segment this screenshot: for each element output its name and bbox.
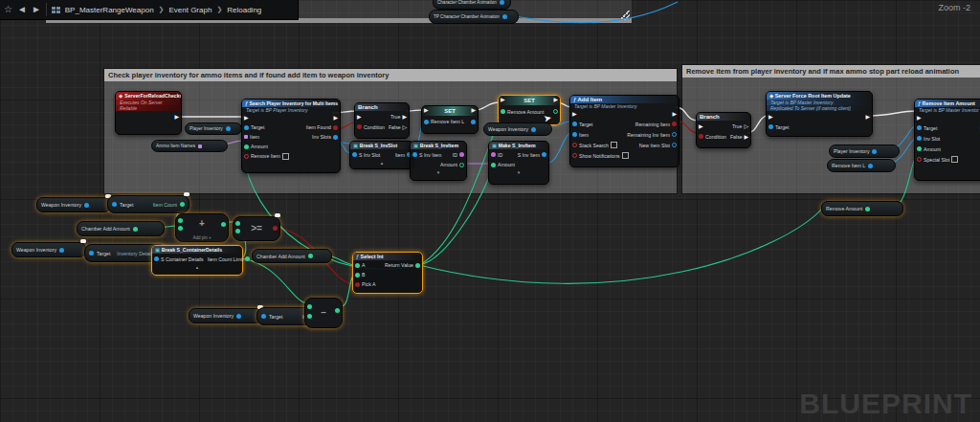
exec-in-pin[interactable]: ▶: [501, 97, 505, 102]
item-pin[interactable]: [572, 132, 577, 137]
inv-slots-pin[interactable]: [333, 135, 338, 140]
node-greater-equal[interactable]: >=: [233, 216, 280, 241]
node-add-item[interactable]: ƒ Add Item Target is BP Master Inventory…: [569, 95, 679, 167]
item-pin[interactable]: [244, 135, 248, 139]
exec-in-pin[interactable]: ▶: [768, 114, 773, 120]
target-pin[interactable]: [89, 251, 94, 255]
node-item-count-1[interactable]: Target Item Count: [107, 195, 189, 213]
exec-out-pin[interactable]: ▶: [672, 111, 677, 117]
node-branch-left[interactable]: Branch ▶True▶ ConditionFalse▷: [354, 102, 410, 139]
exec-out-pin[interactable]: ▶: [471, 107, 476, 113]
node-subtract-int[interactable]: –: [304, 298, 343, 328]
id-in-pin[interactable]: [491, 152, 496, 157]
comment-bubble-icon[interactable]: [184, 192, 189, 196]
var-pill-player-inventory[interactable]: Player Inventory: [185, 122, 242, 135]
struct-out-pin[interactable]: [542, 152, 546, 157]
var-pill-chamber-add-amount-2[interactable]: Chamber Add Amount: [252, 249, 332, 263]
int-pin[interactable]: [308, 254, 313, 258]
collapse-arrow-icon[interactable]: ▴: [350, 160, 413, 166]
object-pin[interactable]: [502, 14, 507, 19]
node-break-s-invslot[interactable]: ▣ Break S_InvSlot S Inv SlotItem ▴: [349, 141, 414, 169]
exec-out-pin[interactable]: ▶: [174, 114, 179, 120]
value-out-pin[interactable]: [553, 109, 558, 114]
false-exec-pin[interactable]: ▷: [403, 124, 408, 130]
stack-search-checkbox[interactable]: [611, 142, 617, 148]
target-pin[interactable]: [917, 125, 922, 130]
node-branch-right[interactable]: Branch ▶True▷ ConditionFalse▶: [696, 112, 751, 148]
var-pill-remove-item-l[interactable]: Remove Item L: [827, 159, 896, 172]
breadcrumb-event-graph[interactable]: Event Graph: [168, 6, 212, 14]
var-pill-chamber-add-amount-1[interactable]: Chamber Add Amount: [77, 221, 165, 236]
value-in-pin[interactable]: [501, 109, 505, 114]
object-pin[interactable]: [226, 126, 231, 131]
exec-in-pin[interactable]: ▶: [357, 114, 362, 120]
exec-in-pin[interactable]: ▶: [917, 115, 922, 121]
exec-in-pin[interactable]: ▶: [699, 123, 703, 129]
id-out-pin[interactable]: [459, 152, 464, 157]
exec-in-pin[interactable]: ▶: [244, 115, 249, 121]
remove-item-checkbox[interactable]: [282, 153, 289, 160]
condition-pin[interactable]: [699, 134, 703, 139]
false-exec-pin[interactable]: ▶: [745, 134, 749, 140]
var-pill-tp-character-chamber-animation[interactable]: TP Character Chamber Animation: [429, 10, 519, 24]
amount-out-pin[interactable]: [459, 163, 464, 167]
var-pill-weapon-inventory-2[interactable]: Weapon Inventory: [11, 242, 86, 257]
node-remove-item-amount[interactable]: ƒ Remove Item Amount Target is BP Master…: [914, 99, 980, 181]
object-pin[interactable]: [872, 149, 877, 154]
amount-in-pin[interactable]: [491, 163, 496, 167]
in-a-pin[interactable]: [307, 304, 312, 309]
struct-in-pin[interactable]: [352, 152, 357, 157]
amount-pin[interactable]: [244, 144, 249, 149]
true-exec-pin[interactable]: ▷: [744, 123, 748, 129]
var-pill-player-inventory-2[interactable]: Player Inventory: [829, 144, 900, 158]
remove-item-pin[interactable]: [244, 154, 249, 159]
out-pin[interactable]: [335, 308, 340, 313]
value-in-pin[interactable]: [424, 120, 429, 124]
a-pin[interactable]: [355, 263, 360, 268]
true-exec-pin[interactable]: ▶: [402, 114, 407, 120]
exec-out-pin[interactable]: ▶: [333, 115, 338, 121]
target-pin[interactable]: [244, 125, 249, 130]
collapse-arrow-icon[interactable]: ▾: [411, 169, 466, 175]
collapse-arrow-icon[interactable]: ▴: [152, 264, 242, 270]
var-pill-weapon-inventory-3[interactable]: Weapon Inventory: [189, 308, 263, 323]
exec-in-pin[interactable]: ▶: [424, 107, 429, 113]
var-pill-ammo-item-names[interactable]: Ammo Item Names: [151, 140, 228, 152]
name-array-pin[interactable]: [198, 144, 202, 148]
special-slot-checkbox[interactable]: [951, 156, 958, 163]
nav-back-icon[interactable]: ◄: [17, 5, 27, 14]
in-b-pin[interactable]: [235, 229, 240, 233]
target-pin[interactable]: [768, 124, 773, 129]
node-server-force-root-item-update[interactable]: ◆ Server Force Root Item Update Target i…: [766, 91, 873, 137]
special-slot-pin[interactable]: [917, 157, 922, 162]
item-found-pin[interactable]: [333, 125, 338, 130]
b-pin[interactable]: [355, 273, 360, 278]
struct-in-pin[interactable]: [154, 256, 159, 261]
var-pill-character-chamber-animation[interactable]: Character Chamber Animation: [433, 0, 511, 10]
inv-slot-pin[interactable]: [917, 136, 922, 141]
comment-bubble-icon[interactable]: [80, 239, 86, 243]
object-pin[interactable]: [59, 248, 64, 253]
int-out-pin[interactable]: [180, 202, 185, 207]
node-set-remove-item-l[interactable]: ▶ SET ▶ Remove Item L: [421, 105, 479, 134]
object-pin[interactable]: [868, 164, 873, 168]
nav-forward-icon[interactable]: ►: [32, 5, 41, 14]
breadcrumb-blueprint[interactable]: BP_MasterRangeWeapon: [65, 6, 154, 14]
node-select-int[interactable]: ƒ Select Int AReturn Value B Pick A: [352, 252, 423, 294]
return-value-pin[interactable]: [415, 263, 420, 268]
node-break-s-invitem[interactable]: ▣ Break S_InvItem S Inv ItemID Amount ▾: [410, 141, 467, 181]
target-pin[interactable]: [261, 314, 266, 319]
show-notifications-checkbox[interactable]: [622, 152, 629, 159]
breadcrumb-reloading[interactable]: Reloading: [227, 6, 261, 14]
exec-in-pin[interactable]: ▶: [572, 111, 577, 117]
in-a-pin[interactable]: [178, 218, 183, 223]
node-add-int[interactable]: + Add pin +: [175, 213, 229, 242]
value-out-pin[interactable]: [471, 120, 476, 124]
object-pin[interactable]: [236, 314, 241, 319]
target-pin[interactable]: [572, 122, 577, 126]
target-pin[interactable]: [112, 202, 117, 207]
out-pin[interactable]: [221, 222, 226, 227]
exec-out-pin[interactable]: ▶: [553, 97, 558, 102]
node-break-s-containerdetails[interactable]: ▣ Break S_ContainerDetails S Container D…: [151, 245, 243, 276]
var-pill-weapon-inventory-1[interactable]: Weapon Inventory: [36, 197, 111, 212]
